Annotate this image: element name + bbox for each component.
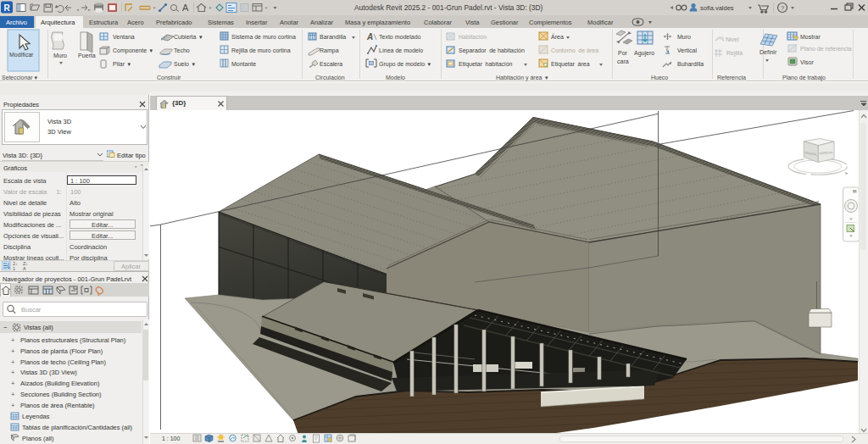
svg-text:?: ? bbox=[781, 4, 785, 12]
svg-text:A: A bbox=[366, 32, 373, 42]
svg-text:A: A bbox=[182, 3, 189, 13]
svg-text:A: A bbox=[23, 266, 26, 271]
svg-text:sofia.valdes: sofia.valdes bbox=[700, 4, 734, 12]
svg-text:1: 1 bbox=[13, 266, 15, 271]
svg-text:R: R bbox=[3, 3, 10, 13]
